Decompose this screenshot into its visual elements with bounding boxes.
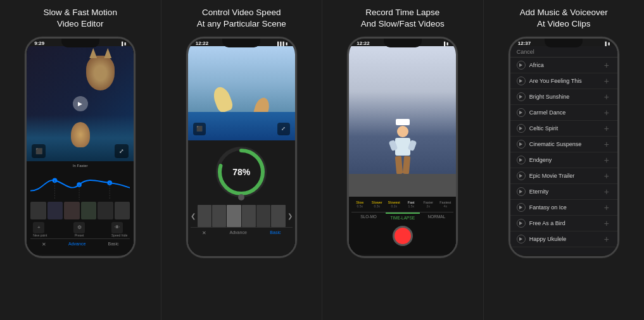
play-carmel[interactable] [517, 108, 526, 117]
phone-4-notch [545, 39, 583, 47]
play-eternity[interactable] [517, 187, 526, 196]
svg-point-2 [108, 180, 113, 185]
slo-mo-tab[interactable]: SLO-MO [351, 212, 386, 222]
play-africa[interactable] [517, 61, 526, 70]
normal-tab[interactable]: NORMAL [420, 212, 454, 222]
speed-circle[interactable]: 78% [216, 147, 267, 197]
speed-fastest[interactable]: Fastest 4x [437, 199, 453, 210]
add-epic[interactable]: + [602, 171, 611, 180]
song-celtic: Celtic Spirit [529, 125, 602, 132]
advance-tab[interactable]: Advance [68, 242, 85, 247]
panel-3: Record Time Lapse And Slow/Fast Videos 1… [322, 0, 484, 320]
cross-btn[interactable]: ✕ [42, 242, 46, 247]
add-feeling[interactable]: + [602, 77, 611, 85]
time-lapse-tab[interactable]: TIME-LAPSE [386, 212, 420, 222]
camera-icon[interactable]: ⬛ [32, 144, 46, 158]
basic-tab-2[interactable]: Basic [270, 230, 281, 236]
phone-4-screen: 12:37 ▐ ▮ Cancel Africa + [510, 39, 617, 256]
phone-1-waveform [30, 169, 130, 200]
song-bright: Bright Sunshine [529, 94, 602, 100]
play-cinematic[interactable] [517, 140, 526, 149]
list-item: Are You Feeling This + [510, 73, 617, 89]
play-happy[interactable] [517, 235, 526, 243]
add-africa[interactable]: + [602, 61, 611, 70]
phone-2-time: 12:22 [196, 40, 208, 46]
add-bright[interactable]: + [602, 92, 611, 101]
camera-icon-2[interactable]: ⬛ [193, 123, 206, 135]
add-eternity[interactable]: + [602, 187, 611, 196]
skater-figure [395, 119, 410, 174]
add-cinematic[interactable]: + [602, 140, 611, 149]
thumb-1 [30, 202, 46, 219]
frame-6 [271, 205, 285, 227]
frame-2 [212, 205, 226, 227]
speed-slower[interactable]: Slower 0.3x [369, 199, 385, 210]
panel-3-title: Record Time Lapse And Slow/Fast Videos [361, 6, 445, 30]
phone-1-tab-bar: ✕ Advance Basic [30, 238, 130, 249]
thumb-4 [81, 202, 97, 219]
battery-icon-3: ▮ [446, 41, 448, 46]
phone-1-screen: 9:29 ▐ ▮ ▶ [27, 39, 134, 256]
song-endgeny: Endgeny [529, 157, 602, 163]
cross-btn-2[interactable]: ✕ [202, 230, 206, 236]
expand-icon-2[interactable]: ⤢ [277, 123, 290, 135]
filmstrip-arrow-right[interactable]: ❯ [287, 212, 293, 219]
speed-slowest[interactable]: Slowest 0.2x [386, 199, 402, 210]
cancel-btn[interactable]: Cancel [517, 49, 534, 55]
new-point-btn[interactable]: + [33, 222, 44, 233]
play-epic[interactable] [517, 171, 526, 180]
panel-2: Control Video Speed At any Particular Sc… [161, 0, 323, 320]
add-celtic[interactable]: + [602, 124, 611, 133]
basic-tab[interactable]: Basic [108, 242, 119, 247]
play-free[interactable] [517, 219, 526, 228]
speed-faster[interactable]: Faster 2x [420, 199, 436, 210]
list-item: Endgeny + [510, 152, 617, 168]
song-eternity: Eternity [529, 188, 602, 195]
arm-right [407, 140, 417, 151]
list-item: Bright Sunshine + [510, 89, 617, 105]
phone-1-bottom-overlay: ⬛ ⤢ [32, 144, 129, 158]
song-carmel: Carmel Dance [529, 109, 602, 116]
jumper-1 [211, 85, 234, 114]
phone-3: 12:22 ▐ ▮ [347, 37, 458, 258]
phone-4: 12:37 ▐ ▮ Cancel Africa + [508, 37, 619, 258]
play-endgeny[interactable] [517, 156, 526, 164]
frame-3 [227, 205, 241, 227]
head [397, 126, 408, 137]
phone-4-time: 12:37 [518, 40, 531, 46]
phone-1-play-btn[interactable]: ▶ [73, 96, 88, 111]
phone-3-controls: Slow 0.5x Slower 0.3x Slowest 0.2x [349, 197, 456, 255]
play-feeling[interactable] [517, 77, 526, 85]
record-button[interactable] [393, 226, 413, 246]
advance-tab-2[interactable]: Advance [230, 230, 247, 236]
add-fantasy[interactable]: + [602, 203, 611, 212]
play-fantasy[interactable] [517, 203, 526, 212]
phone-1-frame: 9:29 ▐ ▮ ▶ [25, 37, 136, 258]
speed-fast[interactable]: Fast 1.5x [403, 199, 419, 210]
panel-1-title: Slow & Fast Motion Video Editor [44, 6, 117, 30]
phone-1-notch [61, 39, 99, 47]
speed-hide-group: 👁 Speed hide [111, 222, 127, 237]
phone-2-frame: 12:22 ▐▐▐ ▮ ⬛ ⤢ [186, 37, 297, 258]
song-list: Africa + Are You Feeling This + Bright S… [510, 58, 617, 247]
add-endgeny[interactable]: + [602, 156, 611, 164]
preset-btn[interactable]: ⚙ [73, 222, 85, 233]
play-celtic[interactable] [517, 124, 526, 133]
add-free[interactable]: + [602, 219, 611, 228]
phone-3-content: Slow 0.5x Slower 0.3x Slowest 0.2x [349, 46, 456, 255]
filmstrip-arrow-left[interactable]: ❮ [191, 212, 196, 219]
phone-3-video-area [349, 46, 456, 197]
thumb-3 [64, 202, 80, 219]
speed-slow[interactable]: Slow 0.5x [351, 199, 368, 210]
expand-icon[interactable]: ⤢ [115, 144, 129, 158]
panel-2-title: Control Video Speed At any Particular Sc… [197, 6, 286, 30]
phone-4-header: Cancel [510, 46, 617, 58]
add-happy[interactable]: + [602, 235, 611, 243]
add-carmel[interactable]: + [602, 108, 611, 117]
frame-4 [242, 205, 256, 227]
play-bright[interactable] [517, 92, 526, 101]
list-item: Eternity + [510, 184, 617, 200]
phone-3-status-icons: ▐ ▮ [443, 41, 448, 46]
phone-1-status-icons: ▐ ▮ [120, 41, 126, 46]
speed-hide-btn[interactable]: 👁 [111, 222, 123, 233]
